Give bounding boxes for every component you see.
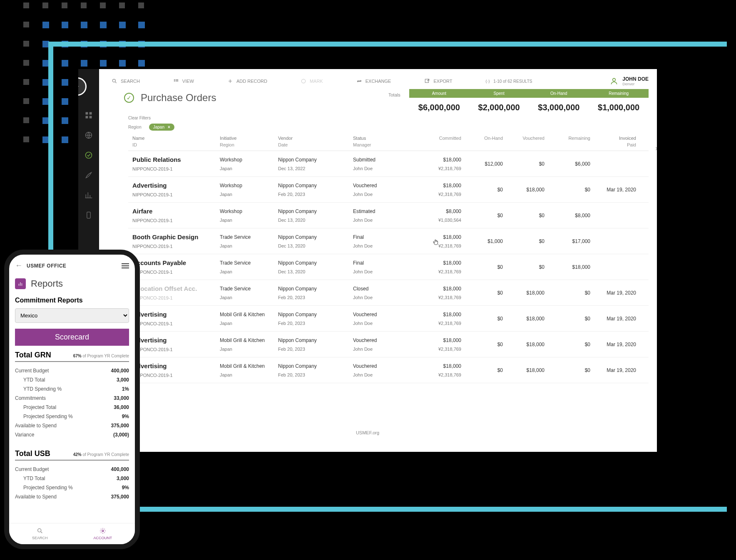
sidebar-grid-icon[interactable] bbox=[84, 111, 93, 120]
bottom-search[interactable]: SEARCH bbox=[32, 528, 48, 540]
sidebar-globe-icon[interactable] bbox=[84, 131, 93, 140]
toolbar-mark[interactable]: MARK bbox=[301, 78, 323, 84]
filter-tag-japan[interactable]: Japan× bbox=[149, 124, 174, 131]
results-text: 1-10 of 62 RESULTS bbox=[493, 79, 532, 84]
toolbar-export-label: EXPORT bbox=[433, 79, 452, 84]
toolbar-search-label: SEARCH bbox=[121, 79, 140, 84]
svg-rect-9 bbox=[174, 81, 176, 82]
totals-head-amount: Amount bbox=[409, 89, 469, 98]
chevron-right-icon[interactable]: › bbox=[655, 144, 657, 153]
toolbar-search[interactable]: SEARCH bbox=[112, 78, 140, 84]
svg-rect-3 bbox=[90, 116, 92, 119]
section-title: Commitment Reports bbox=[15, 297, 129, 304]
svg-rect-11 bbox=[176, 81, 178, 82]
table-row[interactable]: Booth Graphic DesignNIPPONCO-2019-1 Trad… bbox=[128, 228, 649, 254]
svg-rect-13 bbox=[425, 79, 429, 82]
table-row[interactable]: AirfareNIPPONCO-2019-1 WorkshopJapan Nip… bbox=[128, 203, 649, 228]
check-icon: ✓ bbox=[124, 93, 134, 103]
svg-point-5 bbox=[86, 152, 92, 159]
table-row[interactable]: Accounts PayableNIPPONCO-2019-1 Trade Se… bbox=[128, 254, 649, 280]
toolbar-mark-label: MARK bbox=[310, 79, 323, 84]
table-row[interactable]: AdvertisingNIPPONCO-2019-1 WorkshopJapan… bbox=[128, 177, 649, 203]
toolbar-user[interactable]: JOHN DOEDenver bbox=[610, 76, 649, 86]
footer: USMEF.org bbox=[78, 430, 657, 435]
chart-icon bbox=[15, 278, 26, 289]
svg-point-12 bbox=[301, 79, 305, 83]
toolbar-exchange[interactable]: EXCHANGE bbox=[356, 78, 391, 84]
totals-amount: $6,000,000 bbox=[409, 98, 469, 117]
svg-point-16 bbox=[102, 530, 104, 532]
data-table: › NameID InitiativeRegion VendorDate Sta… bbox=[128, 136, 649, 383]
toolbar-add-label: ADD RECORD bbox=[236, 79, 267, 84]
table-row[interactable]: AdvertisingNIPPONCO-2019-1 Mobil Grill &… bbox=[128, 357, 649, 383]
totals-spent: $2,000,000 bbox=[469, 98, 529, 117]
clear-filters[interactable]: Clear Filters bbox=[128, 116, 174, 120]
region-select[interactable]: Mexico bbox=[15, 308, 129, 323]
table-header: NameID InitiativeRegion VendorDate Statu… bbox=[128, 136, 649, 151]
filters: Clear Filters Region Japan× bbox=[128, 116, 174, 131]
sidebar-device-icon[interactable] bbox=[84, 211, 93, 220]
toolbar-add[interactable]: ADD RECORD bbox=[227, 78, 267, 84]
toolbar-export[interactable]: EXPORT bbox=[424, 78, 452, 84]
svg-point-14 bbox=[613, 78, 616, 81]
menu-icon[interactable] bbox=[122, 263, 129, 268]
bottom-account[interactable]: ACCOUNT bbox=[93, 528, 112, 540]
scorecard-card: Total GRN67% of Program YR CompleteCurre… bbox=[15, 346, 129, 444]
totals-block: Totals Amount Spent On-Hand Remaining $6… bbox=[409, 89, 649, 117]
toolbar: SEARCH VIEW ADD RECORD MARK EXCHANGE EXP… bbox=[112, 75, 649, 87]
user-location: Denver bbox=[622, 82, 649, 86]
user-name: JOHN DOE bbox=[622, 76, 649, 82]
sidebar-chart-icon[interactable] bbox=[84, 191, 93, 200]
toolbar-view[interactable]: VIEW bbox=[173, 78, 194, 84]
table-row[interactable]: AdvertisingNIPPONCO-2019-1 Mobil Grill &… bbox=[128, 332, 649, 357]
mobile-title: USMEF OFFICE bbox=[27, 263, 66, 269]
desktop-window: ★ SEARCH VIEW ADD RECORD MARK EXCHANGE E… bbox=[78, 69, 657, 452]
sidebar-brush-icon[interactable] bbox=[84, 171, 93, 180]
reports-heading: Reports bbox=[15, 278, 129, 289]
toolbar-view-label: VIEW bbox=[182, 79, 194, 84]
svg-point-15 bbox=[37, 529, 41, 532]
svg-rect-8 bbox=[174, 79, 176, 80]
cursor-icon bbox=[432, 238, 440, 246]
svg-rect-10 bbox=[176, 79, 178, 80]
back-icon[interactable]: ← bbox=[15, 261, 22, 270]
svg-point-7 bbox=[112, 79, 115, 82]
toolbar-exchange-label: EXCHANGE bbox=[366, 79, 391, 84]
totals-remaining: $1,000,000 bbox=[589, 98, 649, 117]
svg-rect-0 bbox=[86, 112, 88, 115]
svg-rect-2 bbox=[86, 116, 88, 119]
results-nav[interactable]: ⟨·⟩1-10 of 62 RESULTS bbox=[485, 79, 532, 84]
totals-head-remaining: Remaining bbox=[589, 89, 649, 98]
bottom-bar: SEARCH ACCOUNT bbox=[9, 523, 135, 544]
scorecard-card: Total USB42% of Program YR CompleteCurre… bbox=[15, 444, 129, 506]
table-row[interactable]: Allocation Offset Acc.NIPPONCO-2019-1 Tr… bbox=[128, 280, 649, 306]
sidebar-check-icon[interactable] bbox=[84, 151, 93, 160]
table-row[interactable]: AdvertisingNIPPONCO-2019-1 Mobil Grill &… bbox=[128, 306, 649, 332]
totals-head-spent: Spent bbox=[469, 89, 529, 98]
totals-head-onhand: On-Hand bbox=[529, 89, 589, 98]
svg-rect-1 bbox=[90, 112, 92, 115]
close-icon[interactable]: × bbox=[168, 125, 170, 129]
page-title: ✓ Purchase Orders bbox=[124, 92, 216, 104]
totals-label: Totals bbox=[388, 92, 400, 97]
table-row[interactable]: Public RelationsNIPPONCO-2019-1 Workshop… bbox=[128, 151, 649, 177]
filter-region-label: Region bbox=[128, 125, 142, 129]
svg-rect-6 bbox=[87, 212, 90, 218]
mobile-device: ← USMEF OFFICE Reports Commitment Report… bbox=[4, 250, 140, 549]
totals-onhand: $3,000,000 bbox=[529, 98, 589, 117]
user-icon bbox=[610, 77, 618, 85]
scorecard-header: Scorecard bbox=[15, 329, 129, 346]
